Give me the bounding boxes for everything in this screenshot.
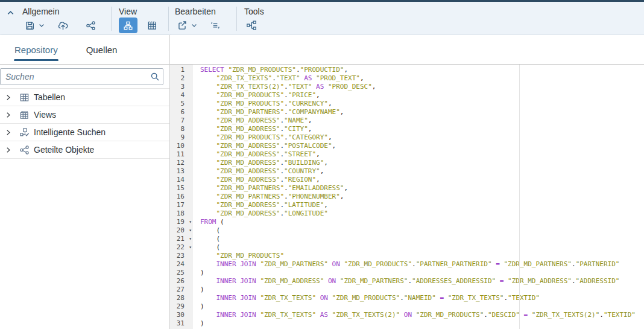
views-icon xyxy=(16,110,33,120)
data-grid-icon xyxy=(147,20,157,31)
chevron-right-icon[interactable] xyxy=(0,129,16,136)
data-preview-button[interactable] xyxy=(145,18,159,33)
line-number: 12 xyxy=(170,159,193,167)
save-button[interactable] xyxy=(22,18,37,33)
sidebar-item-geteilte-objekte[interactable]: Geteilte Objekte xyxy=(0,141,169,159)
chevron-down-icon xyxy=(38,22,45,29)
cloud-upload-icon xyxy=(57,20,69,31)
code-line: FROM ( xyxy=(200,218,644,226)
line-number: 28 xyxy=(170,294,193,302)
share-button[interactable] xyxy=(83,18,98,33)
code-line: ) xyxy=(200,286,644,294)
export-icon xyxy=(177,20,188,31)
code-line: "ZDR_MD_PARTNERS"."COMPANYNAME", xyxy=(200,108,644,117)
line-number: 13 xyxy=(170,167,193,176)
line-number: 6 xyxy=(170,108,193,117)
org-chart-icon xyxy=(123,21,133,31)
collapse-toolbar-button[interactable] xyxy=(0,2,21,34)
export-menu-button[interactable] xyxy=(189,18,198,33)
line-number: 19▾ xyxy=(170,218,193,226)
line-number: 23 xyxy=(170,252,193,260)
tree-item-label: Views xyxy=(33,110,56,120)
code-line: ( xyxy=(200,243,644,252)
toolbar-group-label: Allgemein xyxy=(22,6,111,17)
line-number: 8 xyxy=(170,125,193,133)
editor-header xyxy=(170,35,644,65)
line-number: 10 xyxy=(170,142,193,150)
code-line: "ZDR_MD_PRODUCTS"."CURRENCY", xyxy=(200,100,644,108)
line-number: 7 xyxy=(170,117,193,125)
chevron-right-icon[interactable] xyxy=(0,94,16,101)
toolbar-group-label: Tools xyxy=(244,6,273,17)
chevron-right-icon[interactable] xyxy=(0,147,16,153)
line-number: 21▾ xyxy=(170,235,193,243)
line-number: 16 xyxy=(170,193,193,201)
sidebar-tabs: Repository Quellen xyxy=(0,35,169,65)
deploy-button[interactable] xyxy=(55,18,70,33)
line-number: 4 xyxy=(170,91,193,100)
toolbar-group-bearbeiten: Bearbeiten xyxy=(169,2,236,34)
tree-item-label: Intelligente Suchen xyxy=(33,127,106,137)
tab-repository[interactable]: Repository xyxy=(14,35,58,64)
line-number: 30 xyxy=(170,311,193,319)
edit-statements-icon xyxy=(210,20,221,31)
fold-toggle-icon[interactable]: ▾ xyxy=(189,227,192,234)
save-icon xyxy=(25,21,35,31)
code-line: "ZDR_MD_ADDRESS"."POSTALCODE", xyxy=(200,142,644,150)
search-input[interactable] xyxy=(1,72,147,81)
tab-quellen[interactable]: Quellen xyxy=(86,35,118,64)
toolbar-group-label: Bearbeiten xyxy=(175,6,236,17)
share-icon xyxy=(16,145,33,155)
export-button[interactable] xyxy=(175,18,189,33)
editor-code[interactable]: SELECT "ZDR_MD_PRODUCTS"."PRODUCTID", "Z… xyxy=(193,65,644,329)
chevron-down-icon xyxy=(191,22,198,29)
line-number: 18 xyxy=(170,209,193,218)
line-number: 5 xyxy=(170,100,193,108)
edit-statements-button[interactable] xyxy=(208,18,223,33)
line-number: 24 xyxy=(170,260,193,269)
main-toolbar: Allgemein xyxy=(0,2,644,35)
diagram-view-button[interactable] xyxy=(119,18,137,33)
line-number: 17 xyxy=(170,201,193,209)
code-line: "ZDR_MD_PRODUCTS" xyxy=(200,252,644,260)
line-number: 15 xyxy=(170,184,193,193)
code-line: "ZDR_MD_ADDRESS"."STREET", xyxy=(200,150,644,159)
code-line: "ZDR_TX_TEXTS(2)"."TEXT" AS "PROD_DESC", xyxy=(200,83,644,91)
tree-item-label: Tabellen xyxy=(33,92,65,102)
code-line: ) xyxy=(200,302,644,311)
code-line: "ZDR_MD_ADDRESS"."NAME", xyxy=(200,117,644,125)
line-number: 11 xyxy=(170,150,193,159)
smart-search-icon xyxy=(16,127,33,138)
code-line: "ZDR_MD_ADDRESS"."CITY", xyxy=(200,125,644,133)
line-number: 25 xyxy=(170,269,193,277)
code-line: "ZDR_MD_ADDRESS"."LONGITUDE" xyxy=(200,209,644,218)
save-menu-button[interactable] xyxy=(37,18,46,33)
code-line: "ZDR_MD_ADDRESS"."COUNTRY", xyxy=(200,167,644,176)
line-number: 22▾ xyxy=(170,243,193,252)
sidebar-item-views[interactable]: Views xyxy=(0,106,169,124)
fold-toggle-icon[interactable]: ▾ xyxy=(189,244,192,251)
fold-toggle-icon[interactable]: ▾ xyxy=(189,219,192,226)
search-icon xyxy=(150,72,160,81)
line-number: 31 xyxy=(170,319,193,328)
repository-tree: Tabellen Views Intelligente Suchen xyxy=(0,88,169,159)
sidebar-item-tabellen[interactable]: Tabellen xyxy=(0,89,169,106)
code-line: "ZDR_MD_PRODUCTS"."CATEGORY", xyxy=(200,133,644,142)
line-number: 1 xyxy=(170,66,193,74)
line-number: 2 xyxy=(170,74,193,83)
code-line: "ZDR_MD_ADDRESS"."BUILDING", xyxy=(200,159,644,167)
search-button[interactable] xyxy=(147,72,163,81)
code-line: ( xyxy=(200,226,644,235)
join-tool-button[interactable] xyxy=(244,18,259,33)
code-editor[interactable]: 12345678910111213141516171819▾20▾21▾22▾2… xyxy=(170,65,644,329)
sidebar-item-intelligente-suchen[interactable]: Intelligente Suchen xyxy=(0,124,169,141)
code-line: "ZDR_MD_PARTNERS"."PHONENUMBER", xyxy=(200,193,644,201)
toolbar-group-view: View xyxy=(112,2,168,34)
fold-toggle-icon[interactable]: ▾ xyxy=(189,235,192,243)
code-line: INNER JOIN "ZDR_MD_ADDRESS" ON "ZDR_MD_P… xyxy=(200,277,644,286)
line-number: 26 xyxy=(170,277,193,286)
code-line: INNER JOIN "ZDR_TX_TEXTS" ON "ZDR_MD_PRO… xyxy=(200,294,644,302)
line-number: 29 xyxy=(170,302,193,311)
chevron-up-icon xyxy=(6,8,15,18)
chevron-right-icon[interactable] xyxy=(0,112,16,118)
